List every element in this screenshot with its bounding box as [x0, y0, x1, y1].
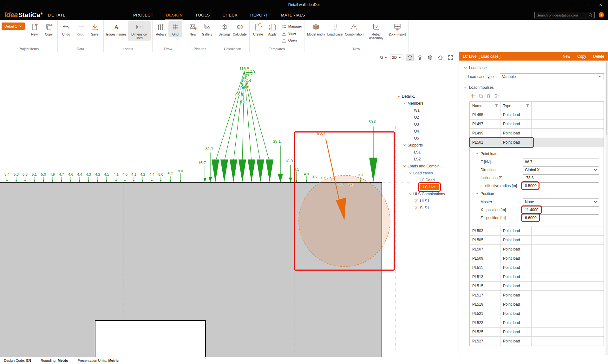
fit-view-icon[interactable] [447, 54, 454, 61]
impulse-row-pl503[interactable]: PL503Point load [470, 226, 604, 236]
menu-tab-check[interactable]: CHECK [223, 10, 238, 20]
impulse-row-pl505[interactable]: PL505Point load [470, 236, 604, 245]
ribbon-button-dimension-lines[interactable]: Dimension lines [128, 21, 151, 41]
ribbon-button-redo[interactable]: Redo [74, 21, 88, 37]
close-button[interactable]: ✕ [593, 0, 608, 10]
impulse-row-pl509[interactable]: PL509Point load [470, 254, 604, 263]
impulse-row-pl521[interactable]: PL521Point load [470, 309, 604, 318]
impulse-row-pl511[interactable]: PL511Point load [470, 263, 604, 272]
tree-item-o3[interactable]: O3 [397, 121, 458, 128]
tree-item-lc-dead[interactable]: LC Dead [397, 177, 458, 184]
ribbon-button-grid[interactable]: Grid [168, 21, 182, 37]
column-header-type[interactable]: Type [500, 102, 532, 110]
search-input[interactable]: Search on ideastatica.com [534, 12, 595, 18]
section-position[interactable]: Position [470, 190, 604, 198]
view-mode-select[interactable]: 2D [390, 55, 403, 60]
inclination-input[interactable] [523, 174, 599, 181]
tree-item-loads-and-combin[interactable]: Loads and Combin... [397, 163, 458, 170]
tree-item-members[interactable]: Members [397, 100, 458, 107]
menu-tab-design[interactable]: DESIGN [166, 10, 182, 20]
scrollbar-thumb[interactable] [606, 62, 607, 135]
tree-item-o2[interactable]: O2 [397, 114, 458, 121]
checkbox-checked-icon[interactable] [414, 199, 418, 203]
chevron-down-icon[interactable] [403, 165, 406, 167]
ribbon-button-save[interactable]: Save [88, 21, 102, 37]
f-kn-input[interactable] [523, 159, 599, 165]
section-load-case[interactable]: Load case [459, 64, 608, 71]
solid-view-icon[interactable] [426, 54, 434, 61]
section-point-load[interactable]: Point load [470, 150, 604, 158]
impulse-row-pl513[interactable]: PL513Point load [470, 272, 604, 282]
impulse-row-pl497[interactable]: PL497Point load [470, 120, 604, 129]
minimize-button[interactable]: – [564, 0, 579, 10]
ribbon-button-apply[interactable]: Apply [265, 21, 279, 37]
ribbon-button-copy[interactable]: Copy [42, 21, 56, 37]
ribbon-button-new[interactable]: New [186, 21, 200, 37]
ribbon-button-new[interactable]: New [28, 21, 42, 37]
duplicate-icon[interactable] [478, 94, 483, 98]
section-load-impulses[interactable]: Load impulses [459, 84, 608, 91]
tree-item-ls1[interactable]: LS1 [397, 149, 458, 156]
impulse-row-pl519[interactable]: PL519Point load [470, 300, 604, 309]
tree-item-lc-live[interactable]: LC Live [397, 184, 458, 191]
menu-tab-project[interactable]: PROJECT [133, 10, 153, 20]
impulse-row-pl499[interactable]: PL499Point load [470, 129, 604, 138]
canvas-drawing[interactable]: 5.45.35.35.15.04.94.74.64.44.34.24.14.14… [0, 52, 459, 357]
impulse-row-pl495[interactable]: PL495Point load [470, 110, 604, 120]
tree-item-o4[interactable]: O4 [397, 128, 458, 135]
ribbon-button-rebar-assembly[interactable]: Rebar assembly [365, 21, 388, 41]
filter-icon[interactable] [495, 104, 498, 108]
tree-item-ls2[interactable]: LS2 [397, 156, 458, 163]
chevron-down-icon[interactable] [409, 193, 412, 195]
chevron-down-icon[interactable] [397, 95, 400, 97]
new-button[interactable]: New [563, 54, 570, 59]
project-item-selector[interactable]: Detail-1 [2, 23, 25, 30]
direction-select[interactable]: Global X [523, 166, 599, 173]
axo-view-icon[interactable] [406, 54, 414, 61]
impulse-row-pl525[interactable]: PL525Point load [470, 328, 604, 337]
add-icon[interactable] [470, 94, 475, 98]
tree-item-uls-combinations[interactable]: ULS Combinations [397, 191, 458, 198]
delete-button[interactable]: Delete [593, 54, 604, 59]
impulse-row-pl527[interactable]: PL527Point load [470, 337, 604, 346]
impulse-row-pl507[interactable]: PL507Point load [470, 245, 604, 254]
ribbon-button-gallery[interactable]: Gallery [200, 21, 214, 37]
r-effective-radius-m-input[interactable] [523, 182, 599, 189]
ribbon-button-undo[interactable]: Undo [59, 21, 73, 37]
ribbon-button-load-case[interactable]: Load case [326, 21, 343, 37]
menu-tab-tools[interactable]: TOOLS [195, 10, 210, 20]
tree-item-w1[interactable]: W1 [397, 107, 458, 114]
detail-canvas[interactable]: 5.45.35.35.15.04.94.74.64.44.34.24.14.14… [0, 52, 459, 357]
ribbon-button-calculate[interactable]: Calculate [232, 21, 248, 37]
impulse-row-pl501[interactable]: PL501Point load [470, 138, 604, 147]
chevron-down-icon[interactable] [409, 172, 412, 174]
x-position-m-input[interactable] [523, 206, 599, 213]
layers-icon[interactable] [416, 54, 424, 61]
tree-item-detail-1[interactable]: Detail-1 [397, 93, 458, 100]
tree-item-o5[interactable]: O5 [397, 135, 458, 142]
menu-tab-materials[interactable]: MATERIALS [281, 10, 305, 20]
column-header-name[interactable]: Name [470, 102, 500, 110]
tree-item-uls1[interactable]: ULS1 [397, 198, 458, 205]
maximize-button[interactable]: □ [579, 0, 593, 10]
load-case-type-select[interactable]: Variable [500, 73, 604, 80]
ribbon-button-open[interactable]: Open [282, 37, 302, 43]
tree-item-load-cases[interactable]: Load cases [397, 170, 458, 177]
ribbon-button-rebars[interactable]: Rebars [154, 21, 168, 37]
info-icon[interactable]: i [598, 12, 604, 18]
ribbon-button-save[interactable]: Save [282, 30, 302, 36]
ribbon-button-settings[interactable]: Settings [218, 21, 232, 37]
impulse-row-pl517[interactable]: PL517Point load [470, 291, 604, 300]
copy-button[interactable]: Copy [577, 54, 586, 59]
tree-item-sls1[interactable]: SLS1 [397, 205, 458, 211]
delete-icon[interactable] [486, 94, 491, 98]
chevron-down-icon[interactable] [403, 102, 406, 104]
impulse-row-pl515[interactable]: PL515Point load [470, 282, 604, 291]
ribbon-button-dxf-import[interactable]: DXFDXF Import [388, 21, 407, 37]
impulse-row-pl523[interactable]: PL523Point load [470, 318, 604, 328]
delete-all-icon[interactable] [494, 94, 499, 98]
checkbox-checked-icon[interactable] [414, 206, 418, 210]
ribbon-button-manager[interactable]: Manager [282, 23, 302, 29]
home-icon[interactable] [436, 54, 444, 61]
filter-icon[interactable] [526, 104, 529, 108]
